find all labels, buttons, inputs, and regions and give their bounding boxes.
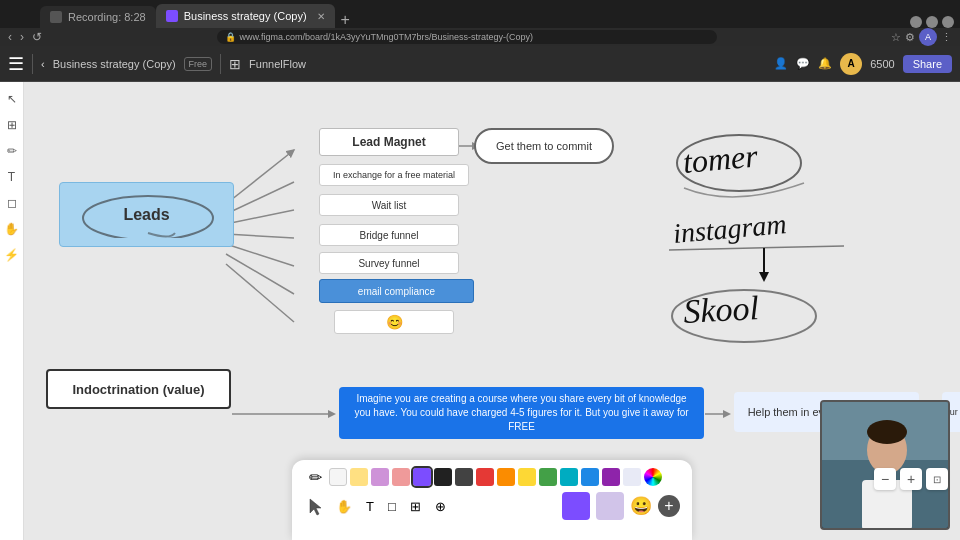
- survey-funnel-node[interactable]: Survey funnel: [319, 252, 459, 274]
- sidebar-icon-cursor[interactable]: ↖: [3, 90, 21, 108]
- text-tool[interactable]: T: [362, 497, 378, 516]
- exchange-label: In exchange for a free material: [333, 170, 455, 180]
- color-blue[interactable]: [581, 468, 599, 486]
- email-compliance-node[interactable]: email compliance: [319, 279, 474, 303]
- hand-tool[interactable]: ✋: [332, 497, 356, 516]
- sidebar-icon-hand[interactable]: ✋: [3, 220, 21, 238]
- color-purple-light[interactable]: [371, 468, 389, 486]
- handwriting-area: tomer instagram Skool: [664, 128, 960, 368]
- new-tab-button[interactable]: +: [341, 12, 350, 28]
- color-yellow[interactable]: [350, 468, 368, 486]
- sidebar-icon-shape[interactable]: ◻: [3, 194, 21, 212]
- color-violet[interactable]: [413, 468, 431, 486]
- cursor-icon: [304, 495, 326, 517]
- emoji-node[interactable]: 😊: [334, 310, 454, 334]
- back-button[interactable]: ‹: [8, 30, 12, 44]
- funnel-flow-icon[interactable]: ⊞: [229, 56, 241, 72]
- color-red[interactable]: [476, 468, 494, 486]
- profile-avatar[interactable]: A: [919, 28, 937, 46]
- svg-line-4: [226, 244, 294, 266]
- tool-row: ✋ T □ ⊞ ⊕ 😀 +: [304, 492, 680, 520]
- reload-button[interactable]: ↺: [32, 30, 42, 44]
- svg-text:instagram: instagram: [672, 208, 788, 249]
- rect-tool[interactable]: □: [384, 497, 400, 516]
- color-green[interactable]: [539, 468, 557, 486]
- canvas-area: ↖ ⊞ ✏ T ◻ ✋ ⚡: [0, 82, 960, 540]
- color-orange[interactable]: [497, 468, 515, 486]
- emoji-sticker-button[interactable]: 😀: [630, 495, 652, 517]
- browser-icons: ☆ ⚙ A ⋮: [891, 28, 952, 46]
- close-button[interactable]: [942, 16, 954, 28]
- menu-button[interactable]: ⋮: [941, 31, 952, 44]
- lead-magnet-node[interactable]: Lead Magnet: [319, 128, 459, 156]
- bridge-funnel-node[interactable]: Bridge funnel: [319, 224, 459, 246]
- active-color-swatch[interactable]: [562, 492, 590, 520]
- pen-tool-icon[interactable]: ✏: [304, 466, 326, 488]
- address-bar: ‹ › ↺ 🔒 www.figma.com/board/1kA3yyYuTMng…: [0, 28, 960, 46]
- svg-line-5: [226, 254, 294, 294]
- sidebar-icon-plugin[interactable]: ⚡: [3, 246, 21, 264]
- comment-icon[interactable]: 💬: [796, 57, 810, 70]
- get-commit-node[interactable]: Get them to commit: [474, 128, 614, 164]
- share-button[interactable]: Share: [903, 55, 952, 73]
- color-dark-gray[interactable]: [455, 468, 473, 486]
- back-to-files[interactable]: ‹: [41, 58, 45, 70]
- tab-inactive[interactable]: Recording: 8:28: [40, 6, 156, 28]
- svg-point-15: [83, 196, 213, 238]
- color-lavender[interactable]: [623, 468, 641, 486]
- funnel-flow-label: FunnelFlow: [249, 58, 306, 70]
- user-avatar[interactable]: A: [840, 53, 862, 75]
- figma-menu-icon[interactable]: ☰: [8, 53, 24, 75]
- lead-magnet-label: Lead Magnet: [352, 135, 425, 149]
- sidebar-icon-frame[interactable]: ⊞: [3, 116, 21, 134]
- svg-point-29: [867, 420, 907, 444]
- fit-button[interactable]: ⊡: [926, 468, 948, 490]
- tab-inactive-label: Recording: 8:28: [68, 11, 146, 23]
- minimize-button[interactable]: [910, 16, 922, 28]
- extensions-icon[interactable]: ⚙: [905, 31, 915, 44]
- maximize-button[interactable]: [926, 16, 938, 28]
- tab-active-label: Business strategy (Copy): [184, 10, 307, 22]
- zoom-in-button[interactable]: +: [900, 468, 922, 490]
- toolbar-sep2: [220, 54, 221, 74]
- blue-text-content: Imagine you are creating a course where …: [349, 392, 694, 434]
- color-purple[interactable]: [602, 468, 620, 486]
- color-cyan[interactable]: [560, 468, 578, 486]
- tab-close-button[interactable]: ✕: [317, 11, 325, 22]
- cursor-tool[interactable]: [304, 495, 326, 517]
- notification-icon[interactable]: 🔔: [818, 57, 832, 70]
- share-icon: 👤: [774, 57, 788, 70]
- emoji-label: 😊: [386, 314, 403, 330]
- zoom-controls: − + ⊡: [874, 468, 948, 490]
- color-palette: ✏: [304, 466, 680, 488]
- toolbar-separator: [32, 54, 33, 74]
- add-tool-button[interactable]: +: [658, 495, 680, 517]
- blue-text-box[interactable]: Imagine you are creating a course where …: [339, 387, 704, 439]
- color-wheel[interactable]: [644, 468, 662, 486]
- sidebar-icon-text[interactable]: T: [3, 168, 21, 186]
- webcam-svg: [822, 400, 948, 530]
- svg-line-6: [226, 264, 294, 322]
- svg-text:Skool: Skool: [682, 289, 759, 330]
- leads-node[interactable]: Leads: [59, 182, 234, 247]
- tab-active[interactable]: Business strategy (Copy) ✕: [156, 4, 335, 28]
- url-input[interactable]: 🔒 www.figma.com/board/1kA3yyYuTMng0TM7br…: [217, 30, 717, 44]
- exchange-node[interactable]: In exchange for a free material: [319, 164, 469, 186]
- forward-button[interactable]: ›: [20, 30, 24, 44]
- bookmark-icon[interactable]: ☆: [891, 31, 901, 44]
- zoom-out-button[interactable]: −: [874, 468, 896, 490]
- indoctrination-node[interactable]: Indoctrination (value): [46, 369, 231, 409]
- color-white[interactable]: [329, 468, 347, 486]
- secondary-color-swatch[interactable]: [596, 492, 624, 520]
- svg-marker-10: [328, 410, 336, 418]
- color-black[interactable]: [434, 468, 452, 486]
- color-yellow2[interactable]: [518, 468, 536, 486]
- color-pink[interactable]: [392, 468, 410, 486]
- table-tool[interactable]: ⊞: [406, 497, 425, 516]
- sidebar-icon-pen[interactable]: ✏: [3, 142, 21, 160]
- bridge-funnel-label: Bridge funnel: [360, 230, 419, 241]
- person-tool[interactable]: ⊕: [431, 497, 450, 516]
- webcam-person: [822, 402, 948, 528]
- wait-list-node[interactable]: Wait list: [319, 194, 459, 216]
- leads-oval: [70, 188, 225, 238]
